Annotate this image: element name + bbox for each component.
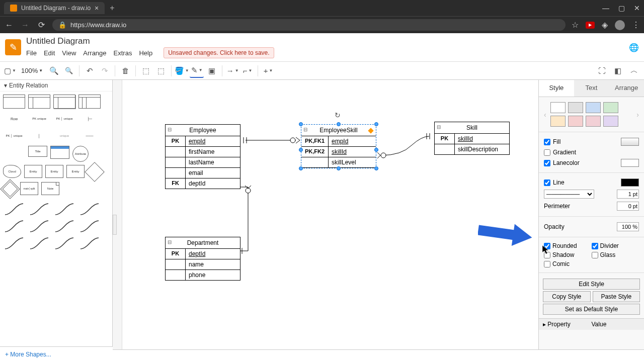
globe-icon[interactable]: 🌐 [629, 43, 639, 52]
perimeter-input[interactable] [617, 202, 639, 211]
shape-connector[interactable] [3, 219, 25, 233]
shape-note[interactable]: Note [41, 182, 59, 195]
sidebar-section-entity[interactable]: ▾ Entity Relation [0, 80, 112, 92]
page-title[interactable]: Untitled Diagram [26, 36, 624, 46]
shape-vline[interactable]: │ [28, 129, 50, 143]
star-icon[interactable]: ☆ [572, 20, 579, 30]
shape-row[interactable]: Row [3, 112, 25, 126]
fill-checkbox[interactable] [544, 139, 550, 145]
insert-icon[interactable]: +▼ [261, 64, 275, 78]
shape-split[interactable]: main│split [20, 182, 38, 195]
reload-icon[interactable]: ⟳ [36, 20, 46, 30]
shape-table2[interactable] [28, 95, 50, 109]
shape-hline2[interactable]: ─── [78, 129, 101, 143]
copy-style-button[interactable]: Copy Style [543, 291, 591, 302]
fill-color-chip[interactable] [621, 138, 639, 146]
shape-connector[interactable] [28, 219, 50, 233]
canvas[interactable]: ↻ ⊟Employee PKempId firstName lastName e… [113, 80, 538, 349]
line-color-chip[interactable] [621, 178, 639, 187]
shape-hline1[interactable]: ├─ [78, 112, 101, 126]
color-swatch[interactable] [603, 102, 618, 113]
new-tab-button[interactable]: + [110, 4, 114, 13]
entity-employee[interactable]: ⊟Employee PKempId firstName lastName ema… [165, 124, 240, 189]
collapse-icon[interactable]: ⊟ [168, 239, 172, 245]
line-width-input[interactable] [617, 190, 639, 199]
menu-arrange[interactable]: Arrange [83, 49, 106, 57]
color-swatch[interactable] [586, 102, 601, 113]
undo-icon[interactable]: ↶ [83, 64, 97, 78]
browser-menu-icon[interactable]: ⋮ [632, 20, 640, 30]
unsaved-banner[interactable]: Unsaved changes. Click here to save. [164, 47, 274, 58]
close-window-icon[interactable]: ✕ [634, 4, 640, 12]
shape-text[interactable]: unique [53, 129, 75, 143]
line-color-icon[interactable]: ✎▼ [190, 64, 204, 78]
shape-connector[interactable] [28, 236, 50, 250]
collapse-icon[interactable]: ⊟ [303, 127, 307, 132]
shape-connector[interactable] [28, 202, 50, 216]
menu-help[interactable]: Help [139, 49, 152, 57]
shape-titled1[interactable]: Title [28, 146, 47, 157]
maximize-icon[interactable]: ▢ [618, 4, 625, 12]
back-icon[interactable]: ← [4, 21, 14, 30]
sidebar-splitter[interactable] [113, 215, 117, 235]
view-mode-button[interactable]: ▢▼ [3, 64, 17, 78]
forward-icon[interactable]: → [20, 21, 30, 30]
fullscreen-icon[interactable]: ⛶ [595, 64, 609, 78]
youtube-icon[interactable]: ▶ [586, 22, 595, 29]
lanecolor-chip[interactable] [621, 159, 639, 167]
shape-table1[interactable] [3, 95, 25, 109]
shape-connector[interactable] [78, 236, 101, 250]
shadow-icon[interactable]: ▣ [205, 64, 219, 78]
connector-empskill-skill[interactable] [376, 130, 434, 160]
minimize-icon[interactable]: — [602, 4, 609, 12]
shape-pk3[interactable]: PK │ unique [3, 129, 25, 143]
swatch-prev-icon[interactable]: ‹ [543, 111, 547, 119]
shape-table4[interactable] [78, 95, 101, 109]
connection-point-icon[interactable] [368, 128, 373, 133]
line-style-select[interactable]: ─────── [544, 190, 594, 199]
comic-checkbox[interactable] [544, 261, 550, 267]
menu-extras[interactable]: Extras [114, 49, 132, 57]
divider-checkbox[interactable] [592, 243, 598, 249]
shape-entity2[interactable]: Entity [45, 165, 63, 178]
color-swatch[interactable] [550, 102, 566, 113]
waypoint-icon[interactable]: ⌐▼ [240, 64, 255, 78]
tab-text[interactable]: Text [574, 80, 609, 97]
collapse-icon[interactable]: ⊟ [168, 127, 172, 132]
menu-file[interactable]: File [26, 49, 37, 57]
line-checkbox[interactable] [544, 179, 550, 186]
entity-department[interactable]: ⊟Department PKdeptId name phone [165, 237, 240, 281]
shape-titled2[interactable] [50, 146, 69, 159]
properties-header[interactable]: ▸ Property Value [539, 318, 644, 330]
zoom-out-icon[interactable]: 🔍 [62, 64, 76, 78]
set-default-style-button[interactable]: Set as Default Style [543, 304, 640, 315]
to-back-icon[interactable]: ⬚ [154, 64, 168, 78]
shape-connector[interactable] [53, 236, 75, 250]
fill-color-icon[interactable]: 🪣▼ [175, 64, 189, 78]
tab-style[interactable]: Style [539, 80, 574, 97]
shape-connector[interactable] [78, 219, 101, 233]
collapse-icon[interactable]: ⊟ [437, 124, 441, 130]
color-swatch[interactable] [568, 116, 583, 127]
swatch-next-icon[interactable]: › [635, 111, 640, 119]
shape-connector[interactable] [78, 202, 101, 216]
shape-diamond2[interactable] [0, 179, 20, 199]
color-swatch[interactable] [586, 116, 601, 127]
shape-circle[interactable]: Attribute [72, 146, 89, 162]
color-swatch[interactable] [568, 102, 583, 113]
shape-connector[interactable] [53, 202, 75, 216]
redo-icon[interactable]: ↷ [98, 64, 112, 78]
shape-pk[interactable]: PK unique [28, 112, 50, 126]
shape-diamond1[interactable] [85, 162, 105, 182]
lanecolor-checkbox[interactable] [544, 160, 550, 166]
address-bar[interactable]: 🔒 https://www.draw.io [52, 19, 566, 31]
shape-entity1[interactable]: Entity [24, 165, 42, 178]
menu-edit[interactable]: Edit [44, 49, 55, 57]
gradient-checkbox[interactable] [544, 149, 550, 156]
shape-connector[interactable] [53, 219, 75, 233]
glass-checkbox[interactable] [592, 252, 598, 258]
more-shapes-button[interactable]: + More Shapes... [0, 346, 113, 362]
shape-connector[interactable] [3, 202, 25, 216]
delete-icon[interactable]: 🗑 [118, 64, 132, 78]
connector-employee-empskill[interactable] [240, 135, 301, 145]
